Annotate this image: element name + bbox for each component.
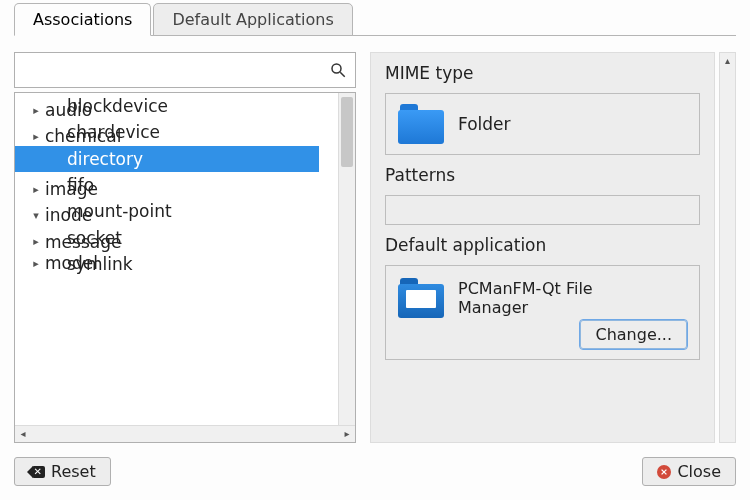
file-manager-icon [398,278,444,318]
scroll-right-icon[interactable]: ▸ [341,428,353,440]
svg-point-0 [332,64,341,73]
change-button[interactable]: Change... [580,320,687,349]
patterns-label: Patterns [385,165,700,185]
tab-associations[interactable]: Associations [14,3,151,36]
tree-item-mount-point[interactable]: mount-point [15,198,319,224]
mime-type-label: MIME type [385,63,700,83]
details-panel: MIME type Folder Patterns Default applic… [370,52,715,443]
change-button-label: Change... [595,325,672,344]
tree-item-fifo[interactable]: fifo [15,172,319,198]
mime-tree-list: ▸ audio ▸ chemical ▸ font ▸ [15,93,337,269]
tree-horizontal-scrollbar[interactable]: ◂ ▸ [15,425,355,442]
scrollbar-track[interactable] [31,428,339,440]
search-icon [329,61,347,79]
left-column: ▸ audio ▸ chemical ▸ font ▸ [14,52,356,443]
reset-button-label: Reset [51,462,96,481]
tab-default-applications[interactable]: Default Applications [153,3,352,36]
tab-default-applications-label: Default Applications [172,10,333,29]
right-column: MIME type Folder Patterns Default applic… [370,52,736,443]
reset-icon: ✕ [29,466,45,478]
scrollbar-thumb[interactable] [341,97,353,167]
scroll-left-icon[interactable]: ◂ [17,428,29,440]
tab-content: ▸ audio ▸ chemical ▸ font ▸ [14,36,736,443]
close-icon [657,465,671,479]
default-application-value: PCManFM-Qt File Manager [458,279,628,317]
tabbar: Associations Default Applications [14,2,736,36]
patterns-box [385,195,700,225]
mime-tree-scroll: ▸ audio ▸ chemical ▸ font ▸ [15,93,355,425]
close-button-label: Close [677,462,721,481]
scroll-up-icon[interactable]: ▴ [720,55,735,66]
mime-tree: ▸ audio ▸ chemical ▸ font ▸ [14,92,356,443]
tree-item-directory[interactable]: directory [15,146,319,172]
button-bar: ✕ Reset Close [14,443,736,486]
svg-line-1 [340,72,345,77]
details-vertical-scrollbar[interactable]: ▴ [719,52,736,443]
mime-search-box[interactable] [14,52,356,88]
folder-icon [398,104,444,144]
close-button[interactable]: Close [642,457,736,486]
mime-type-value: Folder [458,114,511,134]
tree-item-symlink[interactable]: symlink [15,251,319,277]
reset-button[interactable]: ✕ Reset [14,457,111,486]
associations-window: Associations Default Applications [0,0,750,500]
default-application-box: PCManFM-Qt File Manager Change... [385,265,700,360]
tree-vertical-scrollbar[interactable] [338,93,355,425]
tab-associations-label: Associations [33,10,132,29]
tree-item-chardevice[interactable]: chardevice [15,119,319,145]
default-application-label: Default application [385,235,700,255]
mime-search-input[interactable] [23,61,329,80]
tree-item-socket[interactable]: socket [15,225,319,251]
mime-type-box: Folder [385,93,700,155]
tree-item-blockdevice[interactable]: blockdevice [15,93,319,119]
